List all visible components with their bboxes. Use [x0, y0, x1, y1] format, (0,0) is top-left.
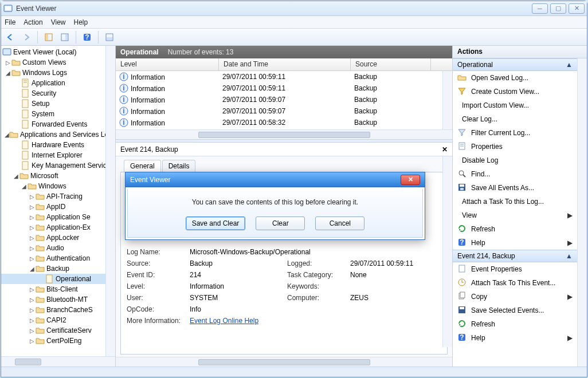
tree-body[interactable]: Event Viewer (Local) ▷Custom Views ◢Wind… [1, 46, 105, 356]
tree-microsoft[interactable]: Microsoft [30, 172, 58, 180]
table-row[interactable]: iInformation29/07/2011 00:59:07Backup [116, 94, 452, 105]
tree-wl-security[interactable]: Security [32, 89, 56, 97]
action-clear-log[interactable]: Clear Log... [453, 112, 577, 126]
tree-certserv[interactable]: CertificateServ [46, 326, 92, 334]
detail-close-icon[interactable]: ✕ [442, 145, 448, 153]
action-refresh-2[interactable]: Refresh [453, 317, 577, 331]
collapse-icon[interactable]: ◢ [13, 173, 19, 179]
menu-file[interactable]: File [5, 18, 15, 26]
expand-icon[interactable]: ▷ [29, 245, 36, 251]
tree-branch[interactable]: BranchCacheS [46, 306, 93, 314]
show-hide-tree-button[interactable] [42, 30, 56, 44]
expand-icon[interactable]: ▷ [29, 286, 36, 293]
expand-icon[interactable]: ▷ [29, 194, 36, 200]
expand-icon[interactable]: ▷ [29, 235, 36, 241]
minimize-button[interactable]: ─ [532, 3, 548, 14]
back-button[interactable] [3, 30, 17, 44]
actions-section-operational[interactable]: Operational ▲ [453, 58, 577, 71]
scrollbar-thumb[interactable] [198, 359, 370, 365]
action-help-2[interactable]: ?Help▶ [453, 331, 577, 345]
col-date[interactable]: Date and Time [219, 58, 351, 70]
expand-icon[interactable]: ▷ [29, 328, 36, 334]
tree-ie[interactable]: Internet Explorer [32, 151, 83, 159]
tab-general[interactable]: General [124, 160, 161, 172]
cancel-button[interactable]: Cancel [315, 216, 364, 230]
tree-windows-logs[interactable]: Windows Logs [22, 69, 67, 77]
table-row[interactable]: iInformation29/07/2011 00:59:11Backup [116, 82, 452, 94]
tree-hscrollbar[interactable] [1, 356, 115, 367]
col-level[interactable]: Level [116, 58, 219, 70]
tab-details[interactable]: Details [162, 160, 196, 172]
actions-vscrollbar[interactable] [577, 58, 587, 367]
tree-hardware[interactable]: Hardware Events [32, 141, 84, 149]
table-row[interactable]: iInformation29/07/2011 00:59:07Backup [116, 105, 452, 117]
action-save-selected[interactable]: Save Selected Events... [453, 304, 577, 317]
tree-applocker[interactable]: AppLocker [46, 234, 79, 242]
tree-wl-system[interactable]: System [32, 110, 54, 118]
tree-apps-svcs[interactable]: Applications and Services Logs [20, 131, 105, 139]
detail-vscrollbar[interactable] [442, 156, 452, 347]
tree-kms[interactable]: Key Management Service [32, 162, 105, 170]
action-attach-task-event[interactable]: Attach Task To This Event... [453, 276, 577, 290]
col-source[interactable]: Source [351, 58, 431, 70]
tree-root[interactable]: Event Viewer (Local) [13, 48, 77, 56]
expand-icon[interactable]: ▷ [29, 307, 36, 313]
tree-app-se[interactable]: Application Se [46, 213, 91, 221]
scrollbar-thumb[interactable] [198, 132, 370, 138]
collapse-icon[interactable]: ◢ [5, 70, 11, 76]
expand-icon[interactable]: ▷ [29, 317, 36, 324]
action-attach-task-log[interactable]: Attach a Task To this Log... [453, 195, 577, 208]
action-event-properties[interactable]: Event Properties [453, 262, 577, 276]
action-filter-current-log[interactable]: Filter Current Log... [453, 126, 577, 140]
save-and-clear-button[interactable]: Save and Clear [186, 216, 246, 230]
close-button[interactable]: ✕ [569, 3, 585, 14]
grid-vscrollbar[interactable] [442, 71, 452, 129]
expand-icon[interactable]: ▷ [5, 60, 11, 66]
tree-auth[interactable]: Authentication [46, 254, 90, 262]
table-row[interactable]: iInformation29/07/2011 00:58:32Backup [116, 117, 452, 128]
collapse-icon[interactable]: ◢ [29, 266, 36, 272]
titlebar[interactable]: Event Viewer ─ ▢ ✕ [1, 1, 587, 16]
forward-button[interactable] [19, 30, 33, 44]
detail-hscrollbar[interactable] [116, 357, 452, 367]
action-view-submenu[interactable]: View▶ [453, 208, 577, 222]
action-open-saved-log[interactable]: Open Saved Log... [453, 71, 577, 85]
action-properties[interactable]: Properties [453, 140, 577, 153]
tree-custom-views[interactable]: Custom Views [22, 58, 66, 66]
expand-icon[interactable]: ▷ [29, 338, 36, 344]
action-copy-submenu[interactable]: Copy▶ [453, 290, 577, 304]
collapse-icon[interactable]: ◢ [5, 132, 9, 138]
tree-appid[interactable]: AppID [46, 203, 65, 211]
dialog-titlebar[interactable]: Event Viewer ✕ [126, 172, 425, 187]
tree-windows[interactable]: Windows [38, 182, 66, 190]
menu-action[interactable]: Action [23, 18, 42, 26]
menu-view[interactable]: View [51, 18, 66, 26]
tree-capi2[interactable]: CAPI2 [46, 316, 66, 324]
tree-wl-application[interactable]: Application [32, 79, 65, 87]
tree-wl-setup[interactable]: Setup [32, 100, 49, 108]
tree-bits[interactable]: Bits-Client [46, 285, 78, 293]
table-row[interactable]: iInformation29/07/2011 00:59:11Backup [116, 71, 452, 82]
action-find[interactable]: Find... [453, 167, 577, 181]
scrollbar-thumb[interactable] [15, 359, 41, 365]
action-disable-log[interactable]: Disable Log [453, 153, 577, 167]
actions-section-event[interactable]: Event 214, Backup ▲ [453, 250, 577, 262]
expand-icon[interactable]: ▷ [29, 255, 36, 262]
tree-operational[interactable]: Operational [56, 275, 91, 283]
tree-certpol[interactable]: CertPolEng [46, 337, 81, 345]
tree-app-ex[interactable]: Application-Ex [46, 223, 91, 231]
action-import-custom-view[interactable]: Import Custom View... [453, 99, 577, 112]
tree-api-tracing[interactable]: API-Tracing [46, 192, 83, 200]
expand-icon[interactable]: ▷ [29, 204, 36, 210]
tree-wl-forwarded[interactable]: Forwarded Events [32, 120, 87, 128]
show-hide-actions-button[interactable] [58, 30, 72, 44]
clear-button[interactable]: Clear [256, 216, 305, 230]
tree-vscrollbar[interactable] [105, 46, 115, 356]
maximize-button[interactable]: ▢ [550, 3, 566, 14]
collapse-icon[interactable]: ◢ [21, 183, 28, 190]
expand-icon[interactable]: ▷ [29, 225, 36, 231]
action-refresh[interactable]: Refresh [453, 222, 577, 236]
action-save-all-events[interactable]: Save All Events As... [453, 181, 577, 195]
preview-button[interactable] [103, 30, 116, 44]
expand-icon[interactable]: ▷ [29, 297, 36, 303]
